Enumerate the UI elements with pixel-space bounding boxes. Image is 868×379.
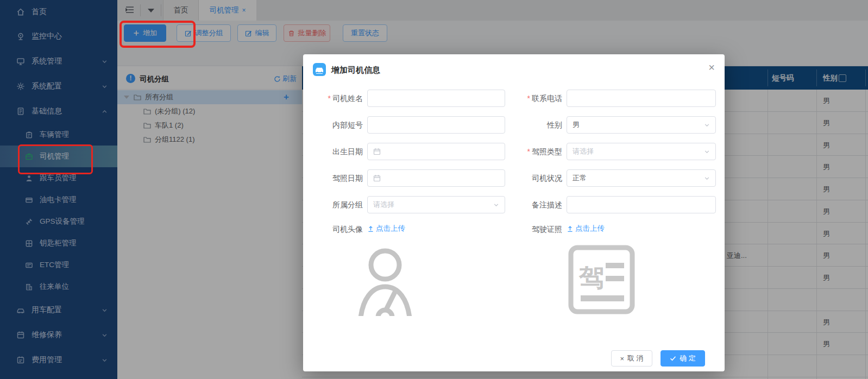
upload-link-label: 点击上传 [575,224,605,233]
required-mark: * [527,147,530,156]
birth-date-picker[interactable] [367,143,505,160]
field-label: *联系电话 [508,90,562,107]
avatar-placeholder-image [355,244,416,316]
license-upload-link[interactable]: 点击上传 [567,224,605,233]
field-label: 驾驶证照 [508,224,562,235]
confirm-label: 确 定 [680,353,696,363]
check-icon [670,355,676,362]
cancel-label: 取 消 [627,353,644,363]
gender-select[interactable]: 男 [567,116,716,134]
license-placeholder-image: 驾 [568,244,636,315]
remark-input[interactable] [567,196,716,213]
license-type-placeholder: 请选择 [573,147,594,156]
add-driver-modal: 增加司机信息 × *司机姓名 内部短号 出生日期 驾照日期 所属分组 请选择 *… [303,54,725,371]
gender-select-value: 男 [573,120,580,130]
calendar-icon [373,148,381,155]
driver-name-input[interactable] [367,90,505,107]
field-label: 出生日期 [314,143,363,160]
group-select-placeholder: 请选择 [373,200,394,210]
chevron-down-icon [493,202,499,208]
field-label: 备注描述 [508,196,562,213]
group-select[interactable]: 请选择 [367,196,505,213]
required-mark: * [328,94,331,103]
close-icon: × [620,355,624,363]
upload-link-label: 点击上传 [376,224,405,233]
field-label: *司机姓名 [314,90,363,107]
internal-short-no-input[interactable] [367,116,505,134]
driver-status-value: 正常 [573,173,587,183]
field-label: 所属分组 [314,196,363,213]
modal-title: 增加司机信息 [331,65,380,75]
chevron-down-icon [704,175,710,181]
upload-icon [367,225,374,232]
close-icon[interactable]: × [708,62,715,73]
svg-text:驾: 驾 [578,263,604,292]
license-date-picker[interactable] [367,169,505,187]
chevron-down-icon [704,122,710,128]
required-mark: * [527,94,530,103]
contact-phone-input[interactable] [567,90,716,107]
avatar-upload-link[interactable]: 点击上传 [367,224,405,233]
chevron-down-icon [704,149,710,155]
upload-icon [567,225,574,232]
field-label: 内部短号 [314,116,363,134]
field-label: 驾照日期 [314,169,363,187]
cancel-button[interactable]: × 取 消 [611,350,652,367]
confirm-button[interactable]: 确 定 [661,350,705,367]
car-app-icon [313,63,326,76]
field-label: 司机头像 [314,224,363,235]
driver-status-modal-select[interactable]: 正常 [567,169,716,187]
field-label: 司机状况 [508,169,562,187]
license-type-select[interactable]: 请选择 [567,143,716,160]
calendar-icon [373,174,381,182]
field-label: 性别 [508,116,562,134]
field-label: *驾照类型 [508,143,562,160]
